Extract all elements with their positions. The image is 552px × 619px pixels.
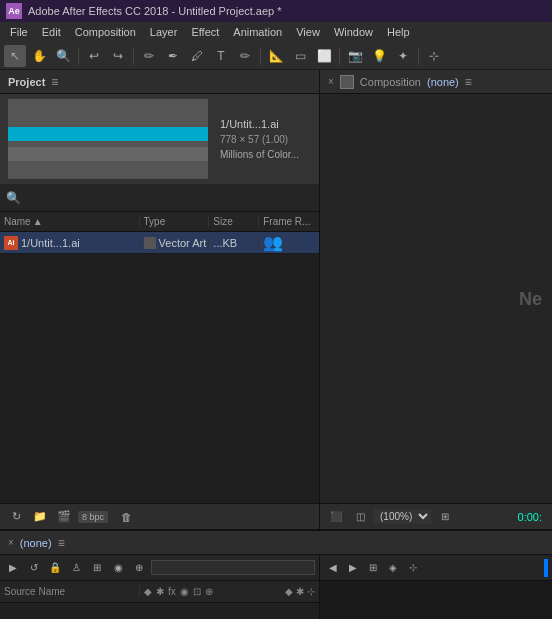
tl-play-btn[interactable]: ▶ [4,559,22,577]
tl-icon-extra3[interactable]: ⊹ [307,586,315,597]
menu-animation[interactable]: Animation [227,24,288,40]
main-area: Project ≡ 1/Untit...1.ai 778 × 57 (1.00)… [0,70,552,529]
tool-shape[interactable]: ✏ [234,45,256,67]
tl-col-icons: ◆ ✱ fx ◉ ⊡ ⊕ ◆ ✱ ⊹ [140,586,319,597]
project-panel-menu-icon[interactable]: ≡ [51,75,58,89]
tool-stamp[interactable]: 🖊 [186,45,208,67]
timeline-close-btn[interactable]: × [8,537,14,548]
project-panel-header: Project ≡ [0,70,319,94]
tl-col-source: Source Name [0,586,140,597]
tool-zoom[interactable]: 🔍 [52,45,74,67]
tool-light[interactable]: 💡 [368,45,390,67]
tool-select[interactable]: ↖ [4,45,26,67]
tl-icon-diamond[interactable]: ◆ [144,586,152,597]
file-list: Name ▲ Type Size Frame R... Ai 1/Untit..… [0,212,319,503]
comp-transparency-btn[interactable]: ◫ [350,507,370,527]
tool-puppet[interactable]: ⊹ [423,45,445,67]
comp-region-of-interest-btn[interactable]: ⬛ [326,507,346,527]
tl-frame-btn[interactable]: ⊞ [88,559,106,577]
app-logo: Ae [6,3,22,19]
project-bottom-bar: ↻ 📁 🎬 8 bpc 🗑 [0,503,319,529]
tl-right-btn-1[interactable]: ◀ [324,559,342,577]
tool-null[interactable]: ✦ [392,45,414,67]
menu-file[interactable]: File [4,24,34,40]
tl-loop-btn[interactable]: ↺ [25,559,43,577]
menu-edit[interactable]: Edit [36,24,67,40]
comp-body: Ne [320,94,552,503]
tl-right-btn-3[interactable]: ⊞ [364,559,382,577]
interpret-footage-btn[interactable]: ↻ [6,507,26,527]
tl-icon-asterisk[interactable]: ✱ [156,586,164,597]
tool-hand[interactable]: ✋ [28,45,50,67]
tl-color-btn[interactable]: ◉ [109,559,127,577]
file-cell-size: ...KB [209,237,259,249]
new-comp-btn[interactable]: 🎬 [54,507,74,527]
tool-redo[interactable]: ↪ [107,45,129,67]
tool-sep-4 [339,47,340,65]
tool-brush[interactable]: ✒ [162,45,184,67]
file-list-header: Name ▲ Type Size Frame R... [0,212,319,232]
tl-lock-btn[interactable]: 🔒 [46,559,64,577]
comp-panel-header: × Composition (none) ≡ [320,70,552,94]
thumb-gray-bar [8,147,208,161]
tool-ellipse[interactable]: ⬜ [313,45,335,67]
timeline-blue-accent [544,559,548,577]
tool-sep-2 [133,47,134,65]
type-icon [144,237,156,249]
bpc-badge[interactable]: 8 bpc [78,511,108,523]
file-cell-frame-rate: 👥 [259,233,319,252]
comp-fit-btn[interactable]: ⊞ [435,507,455,527]
tl-motion-btn[interactable]: ⊕ [130,559,148,577]
comp-title-label: Composition [360,76,421,88]
tool-text[interactable]: T [210,45,232,67]
tool-camera[interactable]: 📷 [344,45,366,67]
toolbar: ↖ ✋ 🔍 ↩ ↪ ✏ ✒ 🖊 T ✏ 📐 ▭ ⬜ 📷 💡 ✦ ⊹ [0,42,552,70]
delete-btn[interactable]: 🗑 [116,507,136,527]
tool-pen[interactable]: ✏ [138,45,160,67]
file-cell-name: Ai 1/Untit...1.ai [0,236,140,250]
timeline-controls: ▶ ↺ 🔒 ♙ ⊞ ◉ ⊕ [0,555,319,581]
tool-mask[interactable]: 📐 [265,45,287,67]
tl-icon-plus[interactable]: ⊕ [205,586,213,597]
timeline-right: ◀ ▶ ⊞ ◈ ⊹ [320,555,552,619]
tool-sep-3 [260,47,261,65]
menu-help[interactable]: Help [381,24,416,40]
preview-info: 1/Untit...1.ai 778 × 57 (1.00) Millions … [220,118,299,160]
menu-layer[interactable]: Layer [144,24,184,40]
tl-icon-extra1[interactable]: ◆ [285,586,293,597]
tool-sep-5 [418,47,419,65]
tool-undo[interactable]: ↩ [83,45,105,67]
menu-composition[interactable]: Composition [69,24,142,40]
tl-right-btn-2[interactable]: ▶ [344,559,362,577]
tl-right-btn-5[interactable]: ⊹ [404,559,422,577]
search-area: 🔍 [0,184,319,212]
table-row[interactable]: Ai 1/Untit...1.ai Vector Art ...KB 👥 [0,232,319,254]
tl-icon-box[interactable]: ⊡ [193,586,201,597]
frame-rate-badge: 👥 [263,233,283,252]
preview-desc: Millions of Color... [220,149,299,160]
tl-icon-circle[interactable]: ◉ [180,586,189,597]
menu-effect[interactable]: Effect [185,24,225,40]
file-cell-type: Vector Art [140,237,210,249]
search-input[interactable] [25,192,313,204]
menu-window[interactable]: Window [328,24,379,40]
tl-right-btn-4[interactable]: ◈ [384,559,402,577]
timeline-body: ▶ ↺ 🔒 ♙ ⊞ ◉ ⊕ Source Name ◆ ✱ fx ◉ ⊡ [0,555,552,619]
comp-lock-icon [340,75,354,89]
tl-icon-fx[interactable]: fx [168,586,176,597]
tl-shy-btn[interactable]: ♙ [67,559,85,577]
timeline-search-input[interactable] [151,560,315,575]
timeline-menu-icon[interactable]: ≡ [58,536,65,550]
time-display: 0:00: [518,511,546,523]
tool-rect[interactable]: ▭ [289,45,311,67]
tl-icon-extra2[interactable]: ✱ [296,586,304,597]
zoom-select[interactable]: (100%) [374,509,431,524]
new-folder-btn[interactable]: 📁 [30,507,50,527]
comp-close-btn[interactable]: × [328,76,334,87]
tool-sep-1 [78,47,79,65]
menu-view[interactable]: View [290,24,326,40]
comp-menu-icon[interactable]: ≡ [465,75,472,89]
preview-thumbnail [8,99,208,179]
thumb-blue-bar [8,127,208,141]
timeline-title-value: (none) [20,537,52,549]
